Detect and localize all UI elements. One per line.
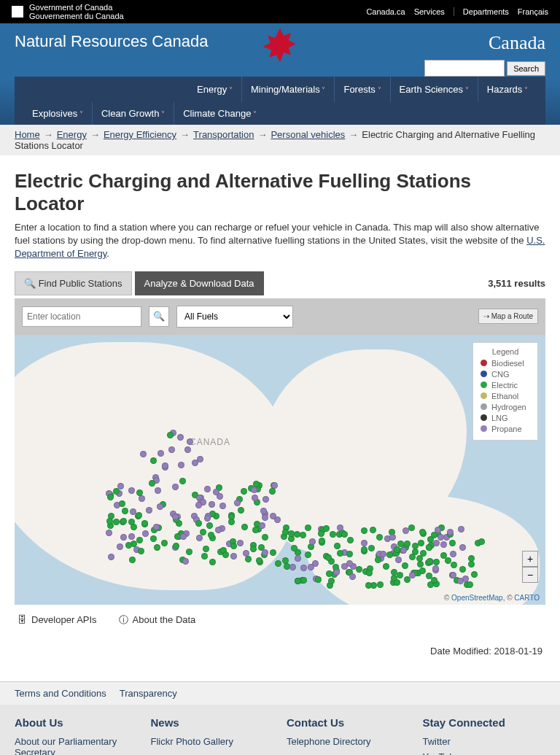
station-marker[interactable] bbox=[167, 432, 174, 438]
station-marker[interactable] bbox=[426, 544, 432, 551]
station-marker[interactable] bbox=[153, 524, 160, 530]
station-marker[interactable] bbox=[184, 446, 191, 453]
station-marker[interactable] bbox=[458, 526, 464, 533]
station-marker[interactable] bbox=[308, 564, 314, 570]
station-marker[interactable] bbox=[300, 577, 307, 584]
footer-link[interactable]: Flickr Photo Gallery bbox=[151, 736, 233, 747]
station-marker[interactable] bbox=[230, 543, 237, 549]
station-marker[interactable] bbox=[260, 508, 267, 514]
station-marker[interactable] bbox=[282, 529, 289, 535]
link-canada-ca[interactable]: Canada.ca bbox=[366, 7, 405, 16]
station-marker[interactable] bbox=[179, 478, 186, 484]
station-marker[interactable] bbox=[186, 549, 192, 555]
station-marker[interactable] bbox=[341, 563, 348, 570]
station-marker[interactable] bbox=[250, 546, 257, 552]
nav-forests[interactable]: Forests bbox=[335, 77, 390, 102]
station-marker[interactable] bbox=[204, 486, 211, 492]
station-marker[interactable] bbox=[155, 487, 161, 494]
station-marker[interactable] bbox=[404, 541, 411, 547]
station-marker[interactable] bbox=[337, 524, 343, 531]
station-marker[interactable] bbox=[209, 501, 215, 508]
station-marker[interactable] bbox=[291, 545, 298, 551]
station-marker[interactable] bbox=[129, 557, 136, 563]
station-marker[interactable] bbox=[419, 568, 426, 574]
nav-clean-growth[interactable]: Clean Growth bbox=[93, 102, 174, 125]
station-marker[interactable] bbox=[195, 502, 202, 508]
station-marker[interactable] bbox=[158, 450, 164, 457]
zoom-in-button[interactable]: + bbox=[522, 551, 538, 567]
link-departments[interactable]: Departments bbox=[454, 7, 509, 16]
station-marker[interactable] bbox=[295, 555, 301, 562]
station-marker[interactable] bbox=[451, 562, 457, 568]
station-marker[interactable] bbox=[397, 572, 403, 578]
link-services[interactable]: Services bbox=[414, 7, 445, 16]
station-marker[interactable] bbox=[459, 544, 466, 551]
station-marker[interactable] bbox=[120, 518, 127, 524]
station-marker[interactable] bbox=[219, 503, 226, 509]
station-marker[interactable] bbox=[450, 551, 456, 557]
station-marker[interactable] bbox=[180, 533, 187, 540]
station-marker[interactable] bbox=[215, 527, 222, 533]
station-marker[interactable] bbox=[289, 564, 296, 570]
station-marker[interactable] bbox=[440, 541, 447, 548]
station-marker[interactable] bbox=[262, 549, 268, 556]
osm-link[interactable]: OpenStreetMap bbox=[451, 594, 503, 602]
footer-link[interactable]: YouTube bbox=[423, 751, 460, 755]
station-marker[interactable] bbox=[431, 577, 438, 584]
station-marker[interactable] bbox=[262, 496, 269, 503]
nav-hazards[interactable]: Hazards bbox=[478, 77, 537, 102]
breadcrumb-link[interactable]: Transportation bbox=[193, 129, 254, 140]
station-marker[interactable] bbox=[204, 515, 211, 522]
station-marker[interactable] bbox=[173, 543, 179, 549]
station-marker[interactable] bbox=[349, 573, 356, 580]
station-marker[interactable] bbox=[178, 462, 184, 468]
station-marker[interactable] bbox=[438, 534, 444, 541]
station-marker[interactable] bbox=[259, 522, 265, 529]
station-marker[interactable] bbox=[192, 460, 198, 466]
terms-link[interactable]: Terms and Conditions bbox=[15, 688, 106, 699]
station-marker[interactable] bbox=[300, 532, 306, 538]
footer-link[interactable]: Twitter bbox=[423, 736, 451, 747]
station-marker[interactable] bbox=[376, 534, 383, 541]
station-marker[interactable] bbox=[305, 524, 311, 531]
station-marker[interactable] bbox=[187, 438, 193, 445]
station-marker[interactable] bbox=[341, 531, 348, 538]
tab-analyze-download[interactable]: Analyze & Download Data bbox=[135, 271, 264, 295]
breadcrumb-link[interactable]: Home bbox=[15, 129, 40, 140]
station-marker[interactable] bbox=[326, 570, 332, 577]
station-marker[interactable] bbox=[125, 542, 132, 549]
nav-energy[interactable]: Energy bbox=[188, 77, 242, 102]
station-marker[interactable] bbox=[230, 553, 237, 560]
station-marker[interactable] bbox=[252, 527, 259, 533]
station-marker[interactable] bbox=[241, 524, 248, 530]
station-marker[interactable] bbox=[146, 507, 152, 514]
station-marker[interactable] bbox=[120, 534, 127, 541]
station-marker[interactable] bbox=[459, 566, 466, 573]
developer-apis-link[interactable]: 🗄 Developer APIs bbox=[18, 613, 97, 627]
station-marker[interactable] bbox=[136, 489, 143, 496]
station-marker[interactable] bbox=[154, 544, 160, 551]
station-marker[interactable] bbox=[271, 482, 278, 489]
station-marker[interactable] bbox=[206, 522, 213, 529]
station-marker[interactable] bbox=[433, 540, 440, 546]
breadcrumb-link[interactable]: Personal vehicles bbox=[271, 129, 345, 140]
fuel-type-select[interactable]: All Fuels bbox=[176, 306, 293, 328]
nav-climate-change[interactable]: Climate Change bbox=[174, 102, 265, 125]
station-marker[interactable] bbox=[318, 530, 324, 537]
station-marker[interactable] bbox=[150, 457, 157, 464]
station-marker[interactable] bbox=[300, 565, 307, 571]
station-marker[interactable] bbox=[195, 520, 202, 527]
station-marker[interactable] bbox=[408, 524, 415, 531]
location-input[interactable] bbox=[22, 306, 141, 327]
breadcrumb-link[interactable]: Energy bbox=[57, 129, 87, 140]
station-marker[interactable] bbox=[234, 500, 241, 506]
station-marker[interactable] bbox=[391, 575, 397, 581]
station-marker[interactable] bbox=[241, 488, 247, 495]
station-marker[interactable] bbox=[270, 549, 276, 556]
station-marker[interactable] bbox=[222, 551, 229, 558]
station-marker[interactable] bbox=[274, 516, 281, 523]
station-marker[interactable] bbox=[370, 527, 376, 533]
footer-link[interactable]: About our Parliamentary Secretary bbox=[15, 736, 117, 755]
station-marker[interactable] bbox=[330, 531, 336, 538]
site-search-button[interactable]: Search bbox=[507, 61, 545, 76]
